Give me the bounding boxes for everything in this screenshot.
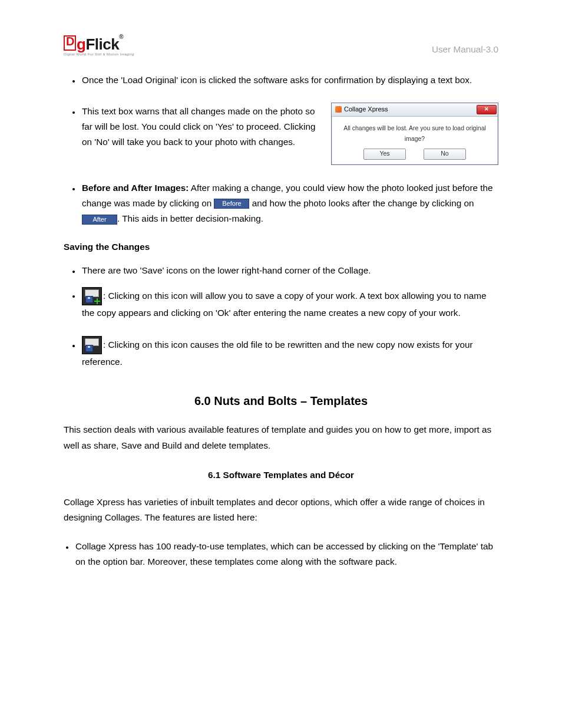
bullet-text: : Clicking on this icon will allow you t…	[82, 290, 486, 317]
bullet-text: Collage Xpress has 100 ready-to-use temp…	[75, 541, 493, 566]
saving-heading: Saving the Changes	[64, 242, 498, 252]
section-6-intro: This section deals with various availabl…	[64, 422, 498, 453]
list-item: Once the 'Load Original' icon is clicked…	[81, 73, 498, 88]
bullet-list-6-1: Collage Xpress has 100 ready-to-use temp…	[64, 539, 498, 570]
text-b: and how the photo looks after the change…	[249, 198, 474, 208]
dialog-titlebar: Collage Xpress ✕	[332, 103, 498, 117]
list-item: There are two 'Save' icons on the lower …	[81, 263, 498, 278]
list-item: Collage Xpress has 100 ready-to-use temp…	[74, 539, 498, 570]
version-label: User Manual-3.0	[432, 44, 498, 55]
no-button[interactable]: No	[424, 149, 466, 160]
text-c: . This aids in better decision-making.	[117, 213, 263, 223]
brand-logo: gFlick® Digital World For Still & Motion…	[64, 34, 134, 56]
before-button[interactable]: Before	[214, 199, 249, 209]
close-icon[interactable]: ✕	[477, 105, 497, 114]
list-item: Before and After Images: After making a …	[81, 180, 498, 227]
dialog-message: All changes will be lost. Are you sure t…	[332, 117, 498, 149]
yes-button[interactable]: Yes	[363, 149, 406, 160]
confirmation-dialog: Collage Xpress ✕ All changes will be los…	[331, 103, 498, 165]
bullet-list-1: Once the 'Load Original' icon is clicked…	[64, 73, 498, 226]
save-as-icon[interactable]	[82, 287, 102, 305]
bullet-list-saving: There are two 'Save' icons on the lower …	[64, 263, 498, 370]
section-6-title: 6.0 Nuts and Bolts – Templates	[64, 394, 498, 408]
logo-d-icon	[64, 35, 76, 51]
app-icon	[335, 106, 342, 113]
list-item: : Clicking on this icon will allow you t…	[81, 287, 498, 321]
list-item: This text box warns that all changes mad…	[81, 104, 498, 165]
page: gFlick® Digital World For Still & Motion…	[0, 0, 562, 728]
section-6-1-intro: Collage Xpress has varieties of inbuilt …	[64, 495, 498, 526]
bullet-text: This text box warns that all changes mad…	[82, 104, 318, 150]
before-after-lead: Before and After Images:	[82, 183, 189, 193]
bullet-text: There are two 'Save' icons on the lower …	[82, 265, 371, 275]
after-button[interactable]: After	[82, 215, 117, 225]
bullet-text: Once the 'Load Original' icon is clicked…	[82, 75, 472, 85]
save-icon[interactable]	[82, 336, 102, 354]
logo-registered: ®	[119, 34, 123, 40]
dialog-buttons: Yes No	[332, 149, 498, 164]
page-header: gFlick® Digital World For Still & Motion…	[64, 34, 498, 56]
logo-rest: Flick	[85, 35, 119, 53]
dialog-title: Collage Xpress	[344, 104, 388, 115]
section-6-1-title: 6.1 Software Templates and Décor	[64, 470, 498, 480]
logo-g: g	[77, 35, 85, 53]
logo-tagline: Digital World For Still & Motion Imaging	[64, 52, 134, 56]
list-item: : Clicking on this icon causes the old f…	[81, 336, 498, 370]
bullet-text: : Clicking on this icon causes the old f…	[82, 340, 473, 367]
